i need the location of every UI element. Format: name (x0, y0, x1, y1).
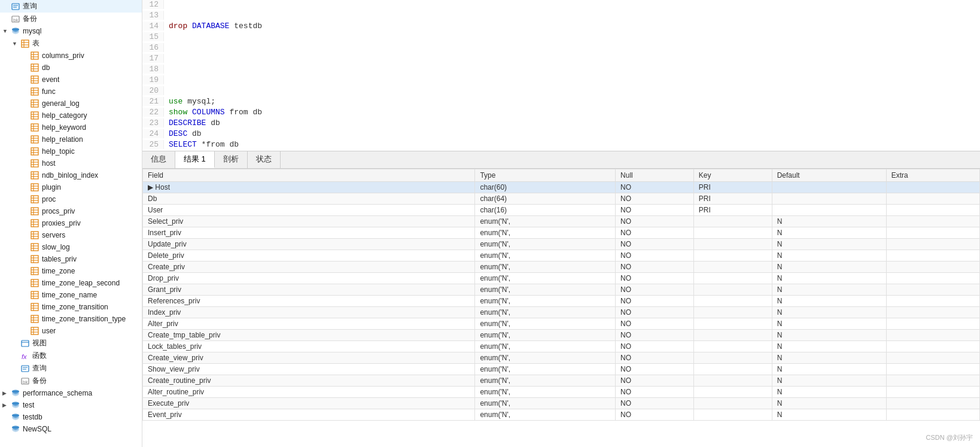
sidebar-item-time_zone_name[interactable]: time_zone_name (0, 289, 142, 301)
sidebar-item-mysql-tables[interactable]: ▼表 (0, 37, 142, 50)
code-token: DATABASE (192, 22, 229, 31)
sidebar-item-mysql-views[interactable]: 视图 (0, 337, 142, 349)
table-row: Insert_privenum('N',NON (143, 227, 980, 239)
sidebar-item-general_log[interactable]: general_log (0, 98, 142, 110)
cell-default: N (772, 296, 886, 307)
cell-field: Show_view_priv (143, 364, 475, 375)
table-icon (30, 242, 39, 252)
code-token: DESC (169, 129, 187, 138)
svg-rect-18 (31, 76, 38, 83)
cell-null: NO (616, 409, 694, 421)
tree-label-servers: servers (42, 231, 65, 239)
sidebar-item-procs_priv[interactable]: procs_priv (0, 205, 142, 217)
code-line-25: 25SELECT *from db (142, 140, 980, 151)
sidebar-item-proc[interactable]: proc (0, 193, 142, 205)
tab-result1[interactable]: 结果 1 (175, 151, 215, 168)
sidebar-item-test[interactable]: ▶test (0, 399, 142, 411)
sidebar-item-help_relation[interactable]: help_relation (0, 133, 142, 145)
cell-null: NO (616, 318, 694, 330)
sidebar-item-time_zone[interactable]: time_zone (0, 265, 142, 277)
svg-rect-42 (31, 148, 38, 155)
cell-default: N (772, 239, 886, 250)
cell-key (693, 273, 772, 284)
svg-rect-94 (31, 303, 38, 311)
svg-rect-30 (31, 112, 38, 119)
code-line-14: 14drop DATABASE testdb (142, 22, 980, 32)
cell-type: enum('N', (475, 227, 616, 239)
sidebar-item-query-top[interactable]: 查询 (0, 0, 142, 13)
sidebar-item-newsql[interactable]: NewSQL (0, 423, 142, 435)
sidebar-item-testdb[interactable]: testdb (0, 411, 142, 423)
sidebar-item-servers[interactable]: servers (0, 229, 142, 241)
sidebar-item-backup-top[interactable]: bk备份 (0, 13, 142, 25)
cell-key (693, 296, 772, 307)
sidebar-item-time_zone_transition_type[interactable]: time_zone_transition_type (0, 313, 142, 325)
sidebar-item-db[interactable]: db (0, 62, 142, 74)
sidebar-item-user[interactable]: user (0, 325, 142, 337)
cell-type: enum('N', (475, 375, 616, 387)
sql-editor[interactable]: 121314drop DATABASE testdb15161718192021… (142, 0, 980, 151)
cell-key (693, 261, 772, 273)
sidebar-item-plugin[interactable]: plugin (0, 181, 142, 193)
line-content[interactable]: DESCRIBE db (164, 118, 980, 127)
cell-extra (886, 205, 979, 216)
tree-label-time_zone_transition_type: time_zone_transition_type (42, 315, 126, 323)
code-token: DESCRIBE (169, 118, 206, 127)
table-icon (30, 194, 39, 204)
table-icon (30, 266, 39, 276)
cell-default: N (772, 398, 886, 409)
table-icon (30, 302, 39, 312)
table-row: Create_privenum('N',NON (143, 261, 980, 273)
sidebar-item-host[interactable]: host (0, 157, 142, 169)
line-content[interactable]: show COLUMNS from db (164, 108, 980, 117)
tab-profile[interactable]: 剖析 (215, 151, 248, 168)
table-row: Alter_routine_privenum('N',NON (143, 387, 980, 398)
table-row: Alter_privenum('N',NON (143, 318, 980, 330)
line-content[interactable]: drop DATABASE testdb (164, 22, 980, 31)
sidebar-item-mysql-funcs[interactable]: fx函数 (0, 349, 142, 362)
code-token: COLUMNS (192, 108, 225, 117)
table-row: Userchar(16)NOPRI (143, 205, 980, 216)
table-row: Create_routine_privenum('N',NON (143, 375, 980, 387)
tab-status[interactable]: 状态 (248, 151, 281, 168)
cell-null: NO (616, 239, 694, 250)
sidebar-item-tables_priv[interactable]: tables_priv (0, 253, 142, 265)
cell-null: NO (616, 261, 694, 273)
line-number: 23 (142, 118, 164, 127)
cell-key (693, 387, 772, 398)
sidebar-item-help_category[interactable]: help_category (0, 110, 142, 121)
cell-key (693, 398, 772, 409)
code-token: from db (225, 108, 262, 117)
table-row: Show_view_privenum('N',NON (143, 364, 980, 375)
sidebar-item-help_topic[interactable]: help_topic (0, 145, 142, 157)
line-content[interactable]: SELECT *from db (164, 140, 980, 149)
sidebar-item-mysql-backup[interactable]: bk备份 (0, 375, 142, 387)
sidebar-item-mysql[interactable]: ▼mysql (0, 25, 142, 37)
cell-type: char(60) (475, 182, 616, 193)
line-number: 13 (142, 11, 164, 20)
tab-info[interactable]: 信息 (142, 151, 175, 168)
svg-rect-82 (31, 267, 38, 275)
sidebar-item-performance_schema[interactable]: ▶performance_schema (0, 387, 142, 399)
cell-field: ▶ Host (143, 182, 475, 193)
cell-field: Alter_routine_priv (143, 387, 475, 398)
sidebar-item-proxies_priv[interactable]: proxies_priv (0, 217, 142, 229)
cell-default: N (772, 375, 886, 387)
sidebar-item-columns_priv[interactable]: columns_priv (0, 50, 142, 62)
line-content[interactable]: use mysql; (164, 97, 980, 106)
sidebar-item-mysql-query[interactable]: 查询 (0, 362, 142, 375)
sidebar-item-event[interactable]: event (0, 74, 142, 86)
sidebar-item-time_zone_transition[interactable]: time_zone_transition (0, 301, 142, 313)
tree-label-testdb: testdb (23, 413, 42, 421)
sidebar-item-slow_log[interactable]: slow_log (0, 241, 142, 253)
line-number: 12 (142, 0, 164, 9)
code-token: mysql; (182, 97, 215, 106)
cell-field: Create_tmp_table_priv (143, 330, 475, 341)
sidebar-item-time_zone_leap_second[interactable]: time_zone_leap_second (0, 277, 142, 289)
line-content[interactable]: DESC db (164, 129, 980, 138)
table-row: Dbchar(64)NOPRI (143, 193, 980, 205)
sidebar-item-func[interactable]: func (0, 86, 142, 98)
tree-label-mysql-views: 视图 (32, 338, 47, 348)
sidebar-item-help_keyword[interactable]: help_keyword (0, 121, 142, 133)
sidebar-item-ndb_binlog_index[interactable]: ndb_binlog_index (0, 169, 142, 181)
